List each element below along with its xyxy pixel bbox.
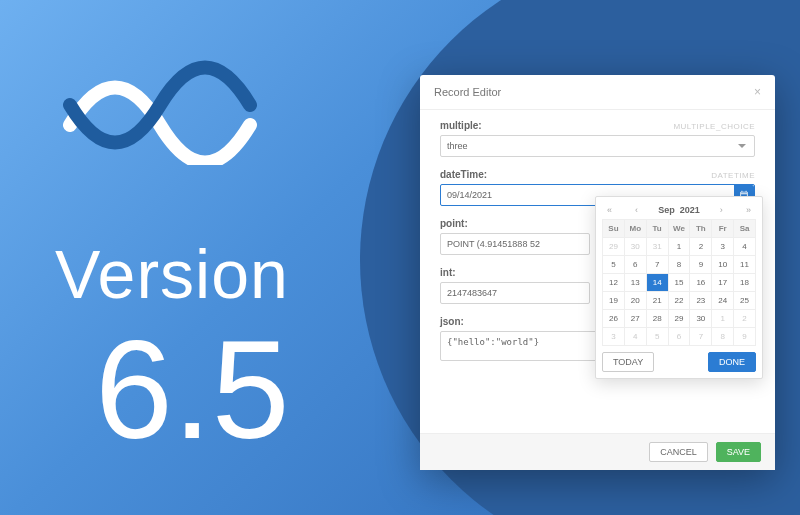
cal-day[interactable]: 21 — [646, 292, 668, 310]
calendar-grid: SuMoTuWeThFrSa 2930311234567891011121314… — [602, 219, 756, 346]
cal-dow-header: Fr — [712, 220, 734, 238]
field-label-json: json: — [440, 316, 464, 327]
cal-next-month[interactable]: › — [717, 205, 726, 215]
cal-day[interactable]: 16 — [690, 274, 712, 292]
cal-day[interactable]: 15 — [668, 274, 690, 292]
cal-day[interactable]: 25 — [734, 292, 756, 310]
save-button[interactable]: SAVE — [716, 442, 761, 462]
cal-day[interactable]: 30 — [690, 310, 712, 328]
cal-day[interactable]: 4 — [734, 238, 756, 256]
cal-day[interactable]: 2 — [734, 310, 756, 328]
calendar-today-button[interactable]: TODAY — [602, 352, 654, 372]
cal-dow-header: Su — [603, 220, 625, 238]
version-number: 6.5 — [95, 320, 290, 460]
cal-prev-month[interactable]: ‹ — [632, 205, 641, 215]
record-editor-modal: Record Editor × multiple: MULTIPLE_CHOIC… — [420, 75, 775, 470]
field-label-datetime: dateTime: — [440, 169, 487, 180]
cal-dow-header: Tu — [646, 220, 668, 238]
cal-day[interactable]: 3 — [712, 238, 734, 256]
cal-day[interactable]: 17 — [712, 274, 734, 292]
cal-day[interactable]: 1 — [668, 238, 690, 256]
cal-dow-header: Th — [690, 220, 712, 238]
cal-day[interactable]: 5 — [646, 328, 668, 346]
multiple-select[interactable]: three — [440, 135, 755, 157]
cancel-button[interactable]: CANCEL — [649, 442, 708, 462]
cal-day[interactable]: 6 — [624, 256, 646, 274]
cal-day[interactable]: 1 — [712, 310, 734, 328]
close-icon[interactable]: × — [754, 85, 761, 99]
version-label: Version — [55, 235, 289, 313]
int-value: 2147483647 — [447, 288, 497, 298]
cal-day[interactable]: 2 — [690, 238, 712, 256]
cal-day[interactable]: 10 — [712, 256, 734, 274]
cal-day[interactable]: 26 — [603, 310, 625, 328]
calendar-popover: « ‹ Sep 2021 › » SuMoTuWeThFrSa 29303112… — [595, 196, 763, 379]
cal-day[interactable]: 14 — [646, 274, 668, 292]
field-label-point: point: — [440, 218, 468, 229]
int-input[interactable]: 2147483647 — [440, 282, 590, 304]
modal-title: Record Editor — [434, 86, 501, 98]
cal-day[interactable]: 12 — [603, 274, 625, 292]
cal-day[interactable]: 4 — [624, 328, 646, 346]
cal-day[interactable]: 9 — [690, 256, 712, 274]
cal-day[interactable]: 18 — [734, 274, 756, 292]
cal-day[interactable]: 29 — [668, 310, 690, 328]
cal-day[interactable]: 11 — [734, 256, 756, 274]
cal-dow-header: We — [668, 220, 690, 238]
cal-day[interactable]: 13 — [624, 274, 646, 292]
cal-day[interactable]: 7 — [690, 328, 712, 346]
cal-day[interactable]: 6 — [668, 328, 690, 346]
datetime-value: 09/14/2021 — [447, 190, 492, 200]
cal-day[interactable]: 5 — [603, 256, 625, 274]
point-value: POINT (4.91451888 52 — [447, 239, 540, 249]
field-type-multiple: MULTIPLE_CHOICE — [673, 122, 755, 131]
cal-day[interactable]: 9 — [734, 328, 756, 346]
cal-day[interactable]: 3 — [603, 328, 625, 346]
cal-dow-header: Mo — [624, 220, 646, 238]
cal-day[interactable]: 19 — [603, 292, 625, 310]
cal-day[interactable]: 7 — [646, 256, 668, 274]
point-input[interactable]: POINT (4.91451888 52 — [440, 233, 590, 255]
cal-next-year[interactable]: » — [743, 205, 754, 215]
multiple-value: three — [447, 141, 468, 151]
product-logo — [60, 55, 260, 169]
field-type-datetime: DATETIME — [711, 171, 755, 180]
cal-month-label: Sep 2021 — [658, 205, 700, 215]
cal-day[interactable]: 31 — [646, 238, 668, 256]
field-label-multiple: multiple: — [440, 120, 482, 131]
cal-day[interactable]: 30 — [624, 238, 646, 256]
cal-dow-header: Sa — [734, 220, 756, 238]
calendar-done-button[interactable]: DONE — [708, 352, 756, 372]
cal-day[interactable]: 8 — [712, 328, 734, 346]
field-label-int: int: — [440, 267, 456, 278]
cal-prev-year[interactable]: « — [604, 205, 615, 215]
cal-day[interactable]: 27 — [624, 310, 646, 328]
cal-day[interactable]: 20 — [624, 292, 646, 310]
json-value: {"hello":"world"} — [447, 337, 539, 347]
cal-day[interactable]: 8 — [668, 256, 690, 274]
cal-day[interactable]: 23 — [690, 292, 712, 310]
cal-day[interactable]: 28 — [646, 310, 668, 328]
cal-day[interactable]: 22 — [668, 292, 690, 310]
cal-day[interactable]: 29 — [603, 238, 625, 256]
cal-day[interactable]: 24 — [712, 292, 734, 310]
